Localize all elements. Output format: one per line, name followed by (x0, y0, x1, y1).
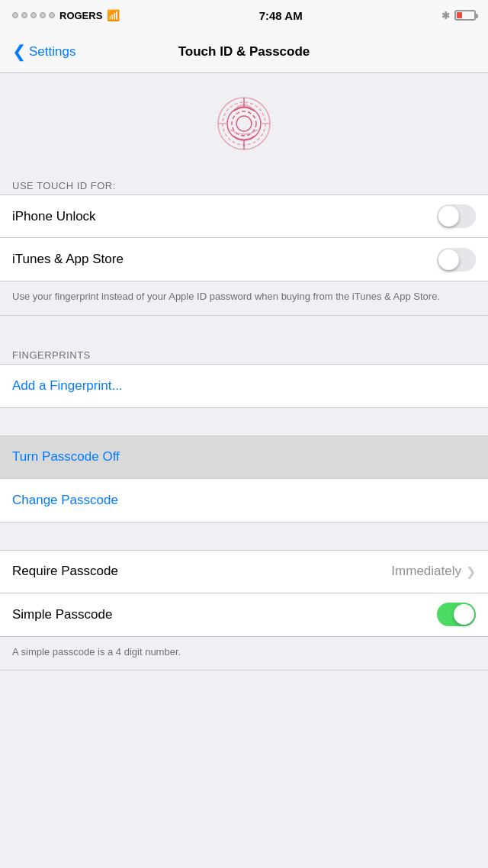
itunes-appstore-toggle-knob (438, 249, 459, 270)
iphone-unlock-row[interactable]: iPhone Unlock (0, 195, 488, 238)
page-title: Touch ID & Passcode (178, 44, 310, 59)
bluetooth-icon: ✱ (441, 10, 450, 21)
dot-4 (40, 12, 46, 18)
status-bar: ROGERS 📶 7:48 AM ✱ (0, 0, 488, 31)
carrier-label: ROGERS (59, 10, 102, 21)
itunes-appstore-toggle[interactable] (437, 248, 476, 272)
simple-passcode-row[interactable]: Simple Passcode (0, 593, 488, 636)
wifi-icon: 📶 (107, 9, 120, 21)
require-passcode-value-container: Immediately ❯ (391, 564, 476, 579)
iphone-unlock-toggle[interactable] (437, 204, 476, 228)
change-passcode-label: Change Passcode (12, 493, 118, 508)
turn-passcode-off-row[interactable]: Turn Passcode Off (0, 436, 488, 479)
change-passcode-row[interactable]: Change Passcode (0, 479, 488, 522)
passcode-group: Turn Passcode Off Change Passcode (0, 436, 488, 522)
spacer-1 (0, 316, 488, 343)
dot-1 (12, 12, 18, 18)
nav-bar: ❮ Settings Touch ID & Passcode (0, 31, 488, 73)
fingerprint-icon (217, 96, 271, 151)
simple-passcode-toggle[interactable] (437, 603, 476, 626)
svg-point-4 (236, 116, 252, 131)
passcode-options-group: Require Passcode Immediately ❯ Simple Pa… (0, 550, 488, 637)
itunes-appstore-row[interactable]: iTunes & App Store (0, 238, 488, 281)
back-button[interactable]: ❮ Settings (12, 43, 75, 60)
status-right: ✱ (441, 10, 476, 21)
battery-icon (454, 10, 476, 21)
dot-2 (21, 12, 27, 18)
touch-id-section-header: USE TOUCH ID FOR: (0, 174, 488, 194)
dot-5 (49, 12, 55, 18)
fingerprints-section-header: FINGERPRINTS (0, 343, 488, 364)
back-chevron-icon: ❮ (12, 43, 26, 60)
iphone-unlock-toggle-knob (438, 206, 459, 227)
require-passcode-value: Immediately (391, 564, 461, 579)
simple-passcode-label: Simple Passcode (12, 607, 112, 622)
dot-3 (30, 12, 37, 18)
spacer-3 (0, 522, 488, 550)
svg-point-1 (223, 102, 265, 145)
touch-id-toggles-group: iPhone Unlock iTunes & App Store (0, 194, 488, 281)
simple-passcode-description: A simple passcode is a 4 digit number. (0, 637, 488, 671)
itunes-appstore-label: iTunes & App Store (12, 252, 124, 267)
add-fingerprint-row[interactable]: Add a Fingerprint... (0, 365, 488, 407)
status-time: 7:48 AM (259, 9, 303, 22)
status-left: ROGERS 📶 (12, 9, 120, 21)
back-label: Settings (29, 44, 75, 59)
spacer-2 (0, 408, 488, 436)
fingerprints-group: Add a Fingerprint... (0, 364, 488, 408)
iphone-unlock-label: iPhone Unlock (12, 209, 96, 224)
require-passcode-row[interactable]: Require Passcode Immediately ❯ (0, 551, 488, 593)
simple-passcode-toggle-knob (454, 604, 474, 625)
battery-fill (457, 12, 462, 18)
touch-id-icon-section (0, 73, 488, 174)
itunes-description: Use your fingerprint instead of your App… (0, 281, 488, 316)
add-fingerprint-label: Add a Fingerprint... (12, 378, 123, 394)
require-passcode-label: Require Passcode (12, 564, 118, 579)
turn-passcode-off-label: Turn Passcode Off (12, 449, 120, 465)
signal-dots (12, 12, 55, 18)
require-passcode-chevron-icon: ❯ (466, 564, 476, 579)
